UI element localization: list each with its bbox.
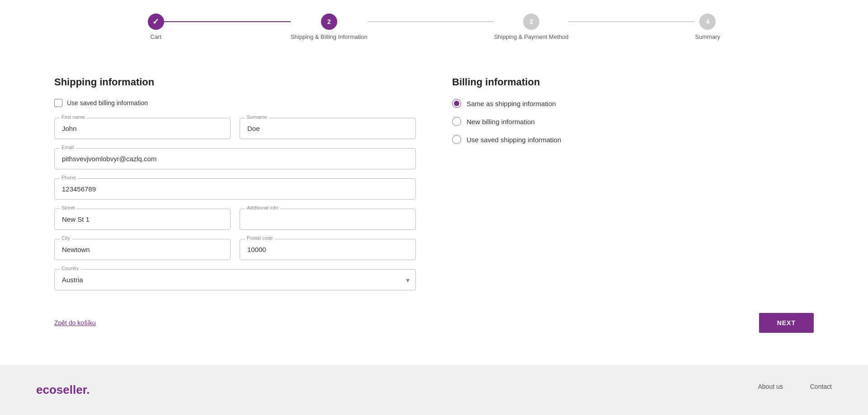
form-actions: Zpět do košíku NEXT: [36, 299, 832, 333]
email-label: Email: [60, 145, 76, 150]
email-row: Email: [54, 148, 416, 169]
street-label: Street: [60, 205, 76, 210]
footer-link-contact[interactable]: Contact: [810, 383, 832, 390]
footer-content: ecoseller. About us Contact: [36, 383, 832, 397]
use-saved-billing-checkbox[interactable]: [54, 99, 62, 107]
phone-group: Phone: [54, 178, 416, 200]
name-row: First name Surname: [54, 118, 416, 139]
additional-input[interactable]: [240, 209, 416, 230]
phone-input[interactable]: [54, 178, 416, 200]
footer-link-about[interactable]: About us: [758, 383, 783, 390]
email-group: Email: [54, 148, 416, 169]
surname-group: Surname: [240, 118, 416, 139]
city-input[interactable]: [54, 239, 231, 260]
brand-dot: .: [86, 383, 90, 396]
surname-label: Surname: [245, 114, 269, 120]
street-group: Street: [54, 209, 231, 230]
street-row: Street Additional info: [54, 209, 416, 230]
step-shipping-billing: 2 Shipping & Billing Information: [291, 14, 368, 40]
surname-input[interactable]: [240, 118, 416, 139]
first-name-label: First name: [60, 114, 87, 120]
next-button[interactable]: NEXT: [759, 313, 814, 333]
phone-row: Phone: [54, 178, 416, 200]
use-saved-billing-label[interactable]: Use saved billing information: [67, 99, 148, 107]
country-select-wrapper: Austria Germany France Czech Republic Sl…: [54, 269, 416, 290]
footer-links: About us Contact: [758, 383, 832, 390]
country-select[interactable]: Austria Germany France Czech Republic Sl…: [54, 269, 416, 290]
billing-new-radio[interactable]: [452, 117, 461, 126]
footer-brand: ecoseller.: [36, 383, 90, 397]
form-section: Shipping information Use saved billing i…: [36, 76, 832, 299]
city-label: City: [60, 235, 72, 241]
shipping-title: Shipping information: [54, 76, 416, 88]
first-name-group: First name: [54, 118, 231, 139]
billing-column: Billing information Same as shipping inf…: [452, 76, 814, 299]
additional-group: Additional info: [240, 209, 416, 230]
main-content: Shipping information Use saved billing i…: [0, 58, 868, 365]
billing-title: Billing information: [452, 76, 814, 88]
step-circle-shipping-billing: 2: [321, 14, 337, 30]
street-input[interactable]: [54, 209, 231, 230]
billing-saved-radio[interactable]: [452, 135, 461, 144]
billing-same-label[interactable]: Same as shipping information: [467, 100, 556, 107]
shipping-column: Shipping information Use saved billing i…: [54, 76, 416, 299]
step-shipping-payment: 3 Shipping & Payment Method: [494, 14, 569, 40]
step-line-2: [368, 21, 494, 22]
billing-new-label[interactable]: New billing information: [467, 118, 535, 126]
step-circle-cart: ✓: [148, 14, 164, 30]
back-link[interactable]: Zpět do košíku: [54, 319, 96, 326]
footer: ecoseller. About us Contact: [0, 365, 868, 415]
city-row: City Postal code: [54, 239, 416, 260]
step-label-shipping-payment: Shipping & Payment Method: [494, 33, 569, 40]
country-group: Country Austria Germany France Czech Rep…: [54, 269, 416, 290]
billing-option-new: New billing information: [452, 117, 814, 126]
step-cart: ✓ Cart: [148, 14, 164, 40]
postal-input[interactable]: [240, 239, 416, 260]
billing-option-same: Same as shipping information: [452, 99, 814, 108]
step-circle-summary: 4: [699, 14, 716, 30]
step-line-3: [568, 21, 695, 22]
postal-group: Postal code: [240, 239, 416, 260]
progress-bar: ✓ Cart 2 Shipping & Billing Information …: [0, 0, 868, 58]
country-label: Country: [60, 266, 81, 271]
city-group: City: [54, 239, 231, 260]
step-summary: 4 Summary: [695, 14, 720, 40]
step-circle-shipping-payment: 3: [523, 14, 539, 30]
brand-name: ecoseller: [36, 383, 86, 396]
billing-same-radio[interactable]: [452, 99, 461, 108]
step-label-cart: Cart: [151, 33, 162, 40]
billing-saved-label[interactable]: Use saved shipping information: [467, 136, 561, 144]
step-label-summary: Summary: [695, 33, 720, 40]
billing-option-saved: Use saved shipping information: [452, 135, 814, 144]
phone-label: Phone: [60, 175, 78, 180]
additional-label: Additional info: [245, 205, 280, 210]
step-label-shipping-billing: Shipping & Billing Information: [291, 33, 368, 40]
saved-billing-row: Use saved billing information: [54, 99, 416, 107]
postal-label: Postal code: [245, 235, 274, 241]
first-name-input[interactable]: [54, 118, 231, 139]
country-row: Country Austria Germany France Czech Rep…: [54, 269, 416, 290]
billing-radio-group: Same as shipping information New billing…: [452, 99, 814, 144]
email-input[interactable]: [54, 148, 416, 169]
step-line-1: [164, 21, 291, 22]
